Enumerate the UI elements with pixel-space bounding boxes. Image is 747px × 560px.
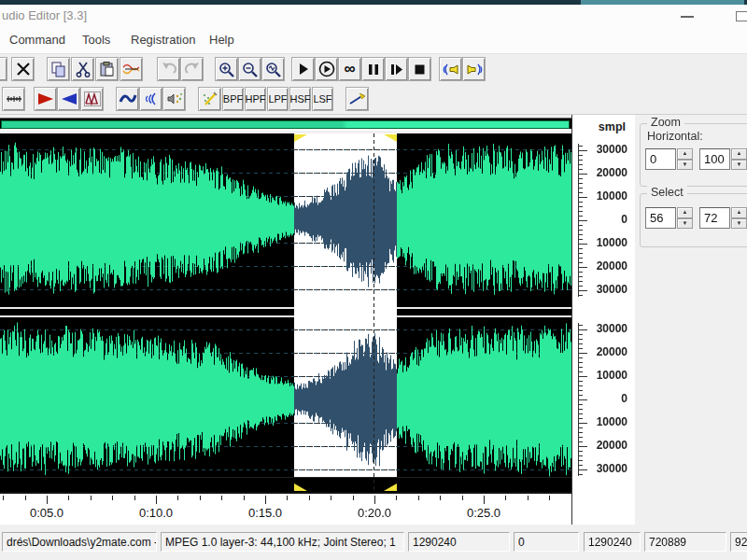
zoom-end-input[interactable]: 100: [699, 148, 730, 170]
lsf-filter-button[interactable]: LSF: [312, 87, 333, 111]
menu-item-registration[interactable]: Registration: [131, 33, 195, 47]
ruler-tick: [287, 496, 288, 500]
redo-button[interactable]: [180, 57, 204, 81]
copy-button[interactable]: [47, 57, 70, 81]
undo-button[interactable]: [157, 57, 180, 81]
ruler-tick: [200, 496, 201, 500]
hsf-filter-button[interactable]: HSF: [289, 87, 311, 111]
play-all-button[interactable]: [315, 57, 338, 81]
time-ruler[interactable]: 0:05.00:10.00:15.00:20.00:25.0: [0, 492, 571, 525]
selection-divider-region: [294, 305, 397, 322]
scale-label-ch1: 20000: [579, 259, 627, 273]
status-panel-2: 1290240: [408, 532, 510, 552]
ruler-tick: [331, 496, 331, 500]
step-play-button[interactable]: [385, 57, 408, 81]
zoom-end-spinner[interactable]: ▲▼: [731, 148, 747, 170]
scale-label-ch2: 10000: [579, 415, 627, 428]
bpf-filter-button[interactable]: BPF: [222, 87, 244, 111]
menu-item-tools[interactable]: Tools: [82, 33, 110, 47]
scale-label-ch1: 30000: [579, 143, 627, 156]
playback-cursor[interactable]: [374, 133, 374, 492]
menu-item-help[interactable]: Help: [209, 33, 234, 47]
copy-icon: [50, 62, 67, 77]
ruler-tick: [265, 496, 266, 504]
speaker-left-icon: [442, 62, 460, 77]
noise-reduction-button[interactable]: [162, 87, 186, 111]
select-start-input[interactable]: 56: [645, 207, 676, 229]
compress-icon: [119, 91, 137, 106]
hpf-filter-button[interactable]: HPF: [245, 87, 266, 111]
speaker-left-button[interactable]: [439, 57, 462, 81]
spin-up-icon[interactable]: ▲: [731, 207, 747, 218]
ruler-tick: [309, 496, 310, 500]
zoom-group: Zoom Horizontal: 0 ▲▼ 100 ▲▼: [640, 123, 747, 187]
selection-start-marker-bottom[interactable]: [294, 483, 307, 491]
selection-end-marker-bottom[interactable]: [384, 483, 397, 491]
ruler-tick: [549, 496, 550, 500]
selection-start-marker-top[interactable]: [294, 134, 307, 142]
cut-button[interactable]: [71, 57, 94, 81]
waveform-right-channel[interactable]: [0, 322, 571, 477]
spin-down-icon[interactable]: ▼: [731, 218, 747, 230]
zoom-in-button[interactable]: [215, 57, 238, 81]
maximize-button[interactable]: [719, 5, 747, 28]
scale-label-ch2: 30000: [579, 462, 627, 475]
silence-button[interactable]: [2, 87, 25, 111]
scale-label-ch2: 10000: [579, 369, 627, 382]
select-end-input[interactable]: 72: [699, 207, 730, 229]
overview-progress: [1, 120, 570, 129]
zoom-start-input[interactable]: 0: [645, 148, 676, 170]
divider-line: [0, 307, 571, 309]
ruler-tick: [134, 496, 135, 500]
spin-up-icon[interactable]: ▲: [731, 148, 747, 160]
edit-wave-button[interactable]: [120, 57, 143, 81]
equalizer-edit-button[interactable]: [198, 87, 221, 111]
spin-up-icon[interactable]: ▲: [677, 207, 693, 218]
zoom-selection-button[interactable]: [261, 57, 285, 81]
partial-button[interactable]: [0, 57, 7, 81]
paste-button[interactable]: [95, 57, 119, 81]
edit-wave-icon: [122, 62, 141, 77]
normalize-button[interactable]: [80, 87, 104, 111]
ruler-tick: [353, 496, 354, 500]
menu-item-command[interactable]: Command: [9, 33, 65, 47]
waveform-left-channel[interactable]: [0, 133, 571, 305]
fade-out-button[interactable]: [34, 87, 57, 111]
bottom-marker-strip: [0, 477, 571, 492]
minimize-button[interactable]: [667, 5, 710, 28]
zoom-out-button[interactable]: [238, 57, 261, 81]
stop-button[interactable]: [408, 57, 431, 81]
overview-position-bar[interactable]: [0, 118, 571, 131]
loop-button[interactable]: ∞: [338, 57, 361, 81]
waveform-display[interactable]: [0, 115, 571, 525]
select-end-spinner[interactable]: ▲▼: [731, 207, 747, 229]
selection-end-marker-top[interactable]: [384, 134, 397, 142]
silence-icon: [6, 93, 22, 105]
spin-down-icon[interactable]: ▼: [677, 160, 693, 171]
ruler-tick: [156, 496, 157, 504]
ruler-tick: [440, 496, 441, 500]
play-button[interactable]: [291, 57, 315, 81]
scale-label-ch1: 20000: [579, 166, 627, 179]
speaker-right-icon: [465, 62, 484, 77]
echo-button[interactable]: [139, 87, 162, 111]
zoom-out-icon: [242, 62, 259, 77]
spin-up-icon[interactable]: ▲: [677, 148, 693, 160]
ruler-tick: [484, 496, 485, 504]
status-panel-5: 720889: [644, 532, 726, 552]
maximize-icon: [736, 11, 747, 21]
status-panel-0: drés\Downloads\y2mate.com - Cl: [2, 532, 157, 552]
speaker-right-button[interactable]: [462, 57, 486, 81]
fade-in-button[interactable]: [57, 87, 80, 111]
pause-button[interactable]: [361, 57, 385, 81]
lpf-filter-button[interactable]: LPF: [267, 87, 289, 111]
envelope-button[interactable]: [345, 87, 369, 111]
compress-button[interactable]: [116, 87, 139, 111]
spin-down-icon[interactable]: ▼: [677, 218, 693, 230]
ruler-tick: [528, 496, 529, 500]
select-start-spinner[interactable]: ▲▼: [677, 207, 693, 229]
delete-button[interactable]: [11, 57, 35, 81]
zoom-start-spinner[interactable]: ▲▼: [677, 148, 693, 170]
spin-down-icon[interactable]: ▼: [731, 160, 747, 171]
scale-label-ch2: 30000: [579, 322, 627, 335]
